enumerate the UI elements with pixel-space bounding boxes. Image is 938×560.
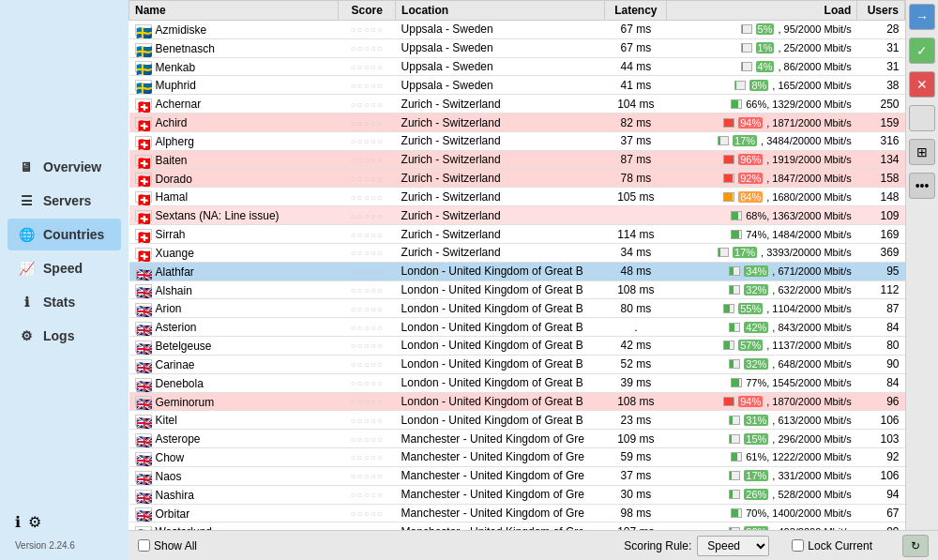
load-bar xyxy=(730,491,733,498)
cell-score: ○○○○○ xyxy=(339,504,396,522)
lock-current-checkbox[interactable] xyxy=(792,539,804,552)
load-bar-wrap xyxy=(729,471,740,480)
table-row[interactable]: 🇬🇧Betelgeuse○○○○○London - United Kingdom… xyxy=(129,337,905,356)
login-button[interactable]: → xyxy=(909,4,935,30)
table-row[interactable]: 🇬🇧Orbitar○○○○○Manchester - United Kingdo… xyxy=(129,504,905,522)
cancel-button[interactable]: ✕ xyxy=(909,71,935,98)
cell-users: 158 xyxy=(857,169,905,188)
cell-users: 84 xyxy=(857,318,905,337)
cell-location: London - United Kingdom of Great B xyxy=(396,411,605,430)
cell-location: Uppsala - Sweden xyxy=(396,38,605,57)
table-row[interactable]: 🇬🇧Alathfar○○○○○London - United Kingdom o… xyxy=(129,262,905,280)
load-bar-wrap xyxy=(741,43,752,53)
score-stars: ○○○○○ xyxy=(351,452,384,462)
cell-latency: 23 ms xyxy=(605,411,667,430)
cell-name: 🇨🇭Achernar xyxy=(129,95,339,114)
cell-location: London - United Kingdom of Great B xyxy=(396,262,605,280)
load-bar xyxy=(724,174,733,182)
table-row[interactable]: 🇬🇧Asterion○○○○○London - United Kingdom o… xyxy=(129,318,905,337)
col-name[interactable]: Name xyxy=(129,1,339,21)
cell-location: Manchester - United Kingdom of Gre xyxy=(396,522,605,530)
col-load[interactable]: Load xyxy=(667,1,857,21)
load-bar-wrap xyxy=(723,304,734,313)
lock-current-label[interactable]: Lock Current xyxy=(792,539,872,552)
monitor-button[interactable]: ⊞ xyxy=(909,139,935,165)
col-users[interactable]: Users xyxy=(857,1,905,21)
table-row[interactable]: 🇨🇭Sirrah○○○○○Zurich - Switzerland114 ms … xyxy=(129,225,905,244)
server-name: Xuange xyxy=(156,247,194,260)
sidebar-item-servers[interactable]: ☰ Servers xyxy=(8,185,121,217)
cell-location: Manchester - United Kingdom of Gre xyxy=(396,504,605,522)
table-row[interactable]: 🇨🇭Hamal○○○○○Zurich - Switzerland105 ms 8… xyxy=(129,188,905,206)
load-bar-wrap xyxy=(729,323,740,332)
load-cell: 92% , 1847/2000 Mbit/s xyxy=(673,173,852,184)
flag-icon: 🇸🇪 xyxy=(135,24,152,36)
table-row[interactable]: 🇬🇧Carinae○○○○○London - United Kingdom of… xyxy=(129,355,905,373)
blank-button[interactable] xyxy=(909,105,935,131)
table-row[interactable]: 🇸🇪Azmidiske○○○○○Uppsala - Sweden67 ms 5%… xyxy=(129,21,905,39)
cell-load: 77%, 1545/2000 Mbit/s xyxy=(667,373,857,392)
settings-footer-icon[interactable]: ⚙ xyxy=(28,513,41,531)
load-value: , 86/2000 Mbit/s xyxy=(778,61,851,72)
load-value: , 25/2000 Mbit/s xyxy=(778,42,851,53)
table-row[interactable]: 🇬🇧Geminorum○○○○○London - United Kingdom … xyxy=(129,392,905,411)
server-name: Naos xyxy=(156,470,182,483)
table-row[interactable]: 🇬🇧Chow○○○○○Manchester - United Kingdom o… xyxy=(129,448,905,467)
col-latency[interactable]: Latency xyxy=(605,1,667,21)
cell-latency: 44 ms xyxy=(605,57,667,76)
refresh-button[interactable]: ↻ xyxy=(902,535,929,557)
table-row[interactable]: 🇬🇧Alshain○○○○○London - United Kingdom of… xyxy=(129,280,905,299)
col-location[interactable]: Location xyxy=(396,1,605,21)
load-bar xyxy=(730,286,733,294)
load-cell: 34% , 671/2000 Mbit/s xyxy=(673,265,852,277)
more-button[interactable]: ••• xyxy=(909,173,935,199)
sidebar-item-overview[interactable]: 🖥 Overview xyxy=(8,151,121,183)
score-stars: ○○○○○ xyxy=(351,136,384,146)
cell-score: ○○○○○ xyxy=(339,430,396,448)
cell-users: 90 xyxy=(857,355,905,373)
table-row[interactable]: 🇨🇭Baiten○○○○○Zurich - Switzerland87 ms 9… xyxy=(129,150,905,169)
table-scroll[interactable]: Name Score Location Latency Load Users 🇸… xyxy=(129,0,905,530)
table-row[interactable]: 🇬🇧Nashira○○○○○Manchester - United Kingdo… xyxy=(129,485,905,504)
server-name: Benetnasch xyxy=(156,42,215,55)
cell-load: 8% , 165/2000 Mbit/s xyxy=(667,76,857,95)
table-row[interactable]: 🇸🇪Menkab○○○○○Uppsala - Sweden44 ms 4% , … xyxy=(129,57,905,76)
load-cell: 68%, 1363/2000 Mbit/s xyxy=(673,210,852,221)
sidebar-item-logs[interactable]: ⚙ Logs xyxy=(8,320,121,352)
load-bar xyxy=(719,249,720,256)
cell-users: 67 xyxy=(857,504,905,522)
col-score[interactable]: Score xyxy=(339,1,396,21)
table-row[interactable]: 🇬🇧Arion○○○○○London - United Kingdom of G… xyxy=(129,299,905,318)
table-row[interactable]: 🇬🇧Naos○○○○○Manchester - United Kingdom o… xyxy=(129,466,905,485)
table-row[interactable]: 🇨🇭Xuange○○○○○Zurich - Switzerland34 ms 1… xyxy=(129,243,905,262)
table-row[interactable]: 🇨🇭Alpherg○○○○○Zurich - Switzerland37 ms … xyxy=(129,131,905,150)
show-all-checkbox[interactable] xyxy=(138,539,150,552)
table-row[interactable]: 🇨🇭Achird○○○○○Zurich - Switzerland82 ms 9… xyxy=(129,114,905,132)
table-row[interactable]: 🇨🇭Achernar○○○○○Zurich - Switzerland104 m… xyxy=(129,95,905,114)
cell-latency: 39 ms xyxy=(605,373,667,392)
cell-name: 🇬🇧Kitel xyxy=(129,411,339,430)
confirm-button[interactable]: ✓ xyxy=(909,38,935,64)
show-all-label[interactable]: Show All xyxy=(138,539,197,552)
sidebar-item-speed[interactable]: 📈 Speed xyxy=(8,252,121,284)
sidebar-item-countries[interactable]: 🌐 Countries xyxy=(8,219,121,250)
table-row[interactable]: 🇬🇧Kitel○○○○○London - United Kingdom of G… xyxy=(129,411,905,430)
cell-location: London - United Kingdom of Great B xyxy=(396,280,605,299)
cell-name: 🇸🇪Muphrid xyxy=(129,76,339,95)
table-row[interactable]: 🇸🇪Muphrid○○○○○Uppsala - Sweden41 ms 8% ,… xyxy=(129,76,905,95)
table-row[interactable]: 🇨🇭Sextans (NA: Line issue)○○○○○Zurich - … xyxy=(129,206,905,225)
server-name: Carinae xyxy=(156,358,195,371)
cell-load: 94% , 1871/2000 Mbit/s xyxy=(667,114,857,132)
table-row[interactable]: 🇸🇪Benetnasch○○○○○Uppsala - Sweden67 ms 1… xyxy=(129,38,905,57)
score-stars: ○○○○○ xyxy=(351,359,384,370)
scoring-rule-select[interactable]: Speed Load Latency xyxy=(697,536,769,556)
sidebar-item-stats[interactable]: ℹ Stats xyxy=(8,286,121,318)
table-row[interactable]: 🇬🇧Westerlund○○○○○Manchester - United Kin… xyxy=(129,522,905,530)
sidebar-item-logs-label: Logs xyxy=(43,328,74,343)
table-row[interactable]: 🇬🇧Denebola○○○○○London - United Kingdom o… xyxy=(129,373,905,392)
chart-icon: 📈 xyxy=(17,259,36,278)
info-footer-icon[interactable]: ℹ xyxy=(15,513,21,531)
server-name: Alpherg xyxy=(156,135,194,148)
table-row[interactable]: 🇬🇧Asterope○○○○○Manchester - United Kingd… xyxy=(129,430,905,448)
table-row[interactable]: 🇨🇭Dorado○○○○○Zurich - Switzerland78 ms 9… xyxy=(129,169,905,188)
